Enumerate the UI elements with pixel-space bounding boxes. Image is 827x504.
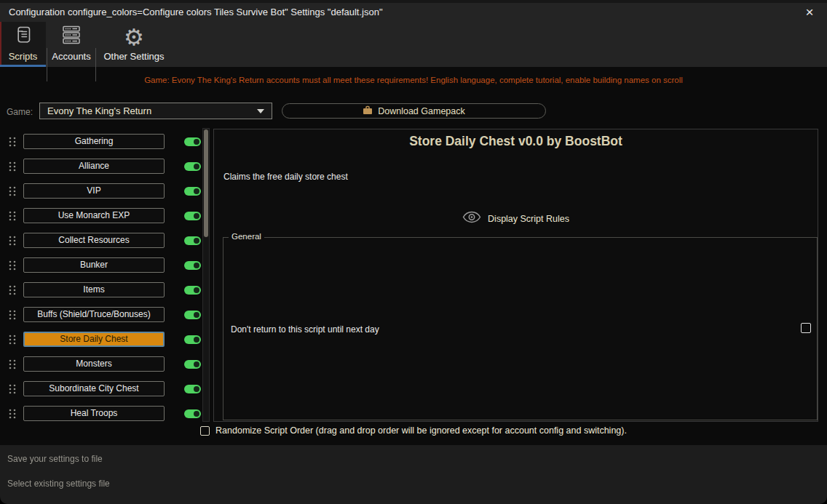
general-groupbox: General Don't return to this script unti… (223, 237, 818, 420)
toggle-knob (194, 213, 199, 219)
script-toggle-switch[interactable] (184, 385, 201, 393)
script-item-button[interactable]: Store Daily Chest (23, 332, 165, 347)
drag-handle-icon[interactable] (8, 185, 17, 197)
script-toggle-switch[interactable] (184, 162, 201, 171)
chevron-down-icon (257, 109, 264, 113)
script-toggle-switch[interactable] (184, 187, 201, 196)
script-toggle-switch[interactable] (184, 137, 201, 146)
randomize-label: Randomize Script Order (drag and drop or… (215, 425, 627, 436)
script-toggle-switch[interactable] (184, 236, 201, 245)
script-row: Use Monarch EXP (1, 208, 202, 223)
drag-handle-icon[interactable] (8, 210, 17, 222)
script-item-button[interactable]: Use Monarch EXP (23, 208, 165, 223)
select-settings-label: Select existing settings file (7, 479, 110, 489)
script-row: Bunker (1, 257, 202, 273)
footer-panel: Save your settings to file Save To File … (0, 445, 827, 504)
dont-return-checkbox[interactable] (801, 323, 811, 333)
tab-scripts-label: Scripts (9, 51, 38, 62)
script-row: Buffs (Shield/Truce/Bonuses) (1, 307, 202, 322)
randomize-checkbox[interactable] (200, 426, 210, 436)
script-item-button[interactable]: Buffs (Shield/Truce/Bonuses) (23, 307, 165, 322)
download-gamepack-label: Download Gamepack (378, 106, 465, 116)
toggle-knob (194, 263, 199, 268)
tab-accounts-label: Accounts (52, 51, 90, 62)
toggle-knob (194, 361, 199, 367)
randomize-row: Randomize Script Order (drag and drop or… (0, 425, 827, 436)
script-description: Claims the free daily store chest (223, 172, 348, 182)
script-item-button[interactable]: Items (23, 282, 165, 297)
briefcase-icon (363, 105, 373, 117)
script-toggle-switch[interactable] (184, 311, 201, 319)
script-toggle-switch[interactable] (184, 261, 201, 270)
drag-handle-icon[interactable] (8, 260, 17, 271)
drag-handle-icon[interactable] (8, 309, 17, 321)
script-row: Monsters (1, 356, 202, 372)
scrollbar-thumb[interactable] (204, 129, 208, 237)
tab-scripts[interactable]: Scripts (0, 22, 46, 67)
script-list-scrollbar[interactable] (202, 128, 210, 422)
tab-accounts[interactable]: Accounts (48, 22, 95, 67)
script-item-button[interactable]: Heal Troops (23, 406, 165, 421)
requirements-warning: Game: Evony The King's Return accounts m… (0, 76, 827, 84)
script-settings-panel: Store Daily Chest v0.0 by BoostBot Claim… (213, 129, 818, 422)
script-item-button[interactable]: Bunker (23, 257, 165, 273)
gear-icon: ⚙ (124, 26, 144, 48)
script-item-button[interactable]: Alliance (23, 159, 165, 174)
script-row: Alliance (1, 159, 202, 174)
display-script-rules[interactable]: Display Script Rules (214, 211, 818, 226)
script-item-button[interactable]: VIP (23, 183, 165, 199)
script-title: Store Daily Chest v0.0 by BoostBot (214, 134, 818, 149)
script-row: Heal Troops (1, 406, 202, 421)
tab-other-settings-label: Other Settings (103, 51, 164, 62)
toggle-knob (194, 411, 199, 417)
dont-return-option-label: Don't return to this script until next d… (231, 324, 379, 335)
script-toggle-switch[interactable] (184, 286, 201, 295)
toggle-knob (194, 238, 199, 244)
toggle-knob (194, 287, 199, 293)
drag-handle-icon[interactable] (8, 408, 17, 420)
drag-handle-icon[interactable] (8, 334, 17, 345)
drag-handle-icon[interactable] (8, 161, 17, 172)
script-row: Items (1, 282, 202, 297)
download-gamepack-button[interactable]: Download Gamepack (282, 103, 546, 119)
script-toggle-switch[interactable] (184, 360, 201, 369)
script-item-button[interactable]: Monsters (23, 356, 165, 372)
toggle-knob (194, 386, 199, 392)
tab-strip: Scripts Accounts ⚙ (0, 22, 827, 67)
game-select-value: Evony The King's Return (47, 105, 151, 116)
script-row: Collect Resources (1, 233, 202, 248)
drag-handle-icon[interactable] (8, 284, 17, 296)
script-item-button[interactable]: Subordinate City Chest (23, 381, 165, 396)
script-row: Store Daily Chest (1, 332, 202, 347)
tab-other-settings[interactable]: ⚙ Other Settings (97, 22, 171, 67)
script-toggle-switch[interactable] (184, 409, 201, 418)
toggle-knob (194, 188, 199, 194)
script-list: Gathering Alliance VIP (1, 128, 202, 422)
game-label: Game: (7, 107, 33, 117)
script-item-button[interactable]: Collect Resources (23, 233, 165, 248)
configuration-window: Configuration configure_colors=Configure… (0, 0, 827, 504)
script-toggle-switch[interactable] (184, 335, 201, 344)
close-icon[interactable]: × (802, 4, 818, 20)
drag-handle-icon[interactable] (8, 359, 17, 370)
script-row: Subordinate City Chest (1, 381, 202, 396)
script-row: VIP (1, 183, 202, 199)
toggle-knob (194, 139, 199, 145)
general-groupbox-legend: General (229, 232, 264, 241)
script-item-button[interactable]: Gathering (23, 134, 165, 149)
toggle-knob (194, 312, 199, 318)
toggle-knob (194, 164, 199, 169)
drag-handle-icon[interactable] (8, 235, 17, 247)
script-toggle-switch[interactable] (184, 212, 201, 220)
eye-icon (462, 211, 481, 226)
titlebar: Configuration configure_colors=Configure… (0, 3, 827, 22)
script-row: Gathering (1, 134, 202, 149)
server-icon (60, 25, 82, 48)
toggle-knob (194, 337, 199, 343)
drag-handle-icon[interactable] (8, 136, 17, 148)
window-title: Configuration configure_colors=Configure… (9, 3, 383, 22)
save-settings-label: Save your settings to file (7, 454, 103, 464)
game-select[interactable]: Evony The King's Return (39, 103, 272, 119)
display-script-rules-label: Display Script Rules (488, 214, 569, 224)
drag-handle-icon[interactable] (8, 383, 17, 395)
